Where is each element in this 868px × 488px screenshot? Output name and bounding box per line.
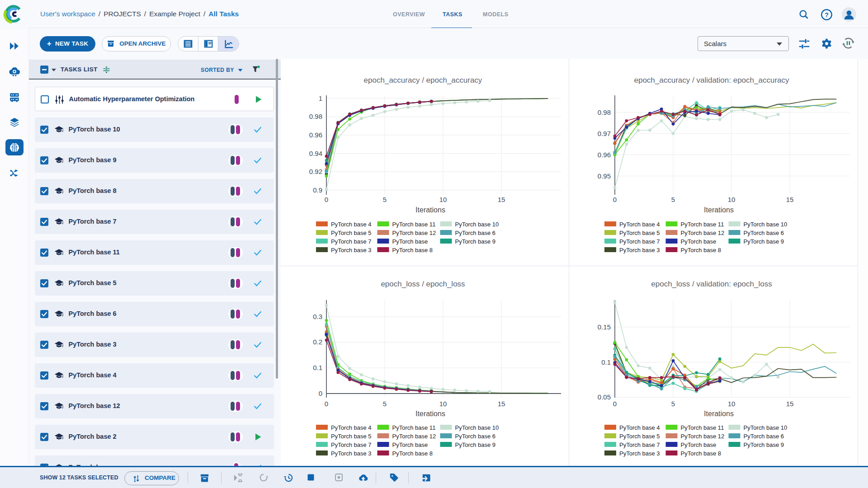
svg-text:0: 0 (325, 400, 328, 408)
svg-text:5: 5 (671, 196, 675, 203)
svg-text:0.98: 0.98 (598, 108, 611, 116)
svg-text:PyTorch base 3: PyTorch base 3 (331, 247, 372, 253)
svg-text:10: 10 (728, 400, 736, 408)
svg-text:PyTorch base 7: PyTorch base 7 (331, 441, 372, 448)
svg-text:0.05: 0.05 (598, 393, 611, 401)
svg-text:PyTorch base 6: PyTorch base 6 (455, 433, 496, 440)
svg-text:PyTorch base 11: PyTorch base 11 (392, 424, 436, 431)
svg-text:PyTorch base 5: PyTorch base 5 (619, 230, 660, 236)
svg-text:PyTorch base 8: PyTorch base 8 (681, 450, 722, 457)
svg-text:0: 0 (319, 389, 322, 397)
svg-text:0.1: 0.1 (601, 358, 611, 366)
svg-text:PyTorch base 7: PyTorch base 7 (619, 441, 660, 448)
svg-text:5: 5 (671, 400, 675, 408)
svg-text:PyTorch base 4: PyTorch base 4 (619, 221, 660, 228)
svg-text:0.3: 0.3 (313, 313, 322, 320)
svg-text:0.15: 0.15 (598, 323, 611, 331)
svg-text:10: 10 (728, 196, 736, 203)
svg-text:0.92: 0.92 (309, 168, 322, 175)
svg-text:PyTorch base 11: PyTorch base 11 (681, 221, 724, 228)
svg-text:PyTorch base 3: PyTorch base 3 (331, 450, 372, 457)
svg-text:PyTorch base 9: PyTorch base 9 (455, 238, 496, 245)
svg-text:PyTorch base 12: PyTorch base 12 (681, 433, 725, 440)
svg-text:PyTorch base 3: PyTorch base 3 (619, 247, 660, 253)
svg-text:Iterations: Iterations (415, 206, 445, 214)
svg-text:Iterations: Iterations (704, 410, 734, 418)
svg-text:epoch_loss / epoch_loss: epoch_loss / epoch_loss (381, 280, 465, 288)
svg-text:PyTorch base 11: PyTorch base 11 (392, 221, 436, 228)
svg-text:epoch_accuracy / validation: e: epoch_accuracy / validation: epoch_accur… (634, 76, 789, 84)
svg-text:0: 0 (325, 196, 328, 203)
svg-text:PyTorch base 3: PyTorch base 3 (619, 450, 660, 457)
svg-text:PyTorch base 5: PyTorch base 5 (619, 433, 660, 440)
svg-text:PyTorch base 7: PyTorch base 7 (331, 238, 372, 245)
svg-text:PyTorch base 6: PyTorch base 6 (455, 230, 496, 236)
svg-text:PyTorch base 11: PyTorch base 11 (681, 424, 724, 431)
svg-text:PyTorch base 12: PyTorch base 12 (392, 230, 436, 236)
svg-text:0.97: 0.97 (598, 130, 611, 137)
svg-text:PyTorch base 8: PyTorch base 8 (392, 450, 433, 457)
svg-text:10: 10 (439, 196, 447, 203)
svg-text:1: 1 (319, 94, 322, 102)
svg-text:PyTorch base 4: PyTorch base 4 (331, 221, 372, 228)
svg-text:0: 0 (613, 196, 617, 203)
svg-text:0.96: 0.96 (598, 151, 611, 159)
svg-text:0.98: 0.98 (309, 113, 322, 120)
svg-text:PyTorch base 10: PyTorch base 10 (744, 221, 788, 228)
svg-text:PyTorch base 8: PyTorch base 8 (681, 247, 722, 253)
svg-text:PyTorch base 9: PyTorch base 9 (744, 441, 784, 448)
svg-text:0.1: 0.1 (313, 364, 322, 371)
svg-text:15: 15 (498, 400, 505, 408)
svg-text:epoch_loss / validation: epoch: epoch_loss / validation: epoch_loss (651, 280, 772, 288)
svg-text:PyTorch base 10: PyTorch base 10 (455, 424, 499, 431)
svg-text:?: ? (825, 11, 829, 19)
svg-text:0.9: 0.9 (313, 186, 322, 194)
svg-text:PyTorch base 8: PyTorch base 8 (392, 247, 433, 253)
svg-text:5: 5 (383, 196, 387, 203)
svg-text:15: 15 (498, 196, 505, 203)
svg-text:PyTorch base 4: PyTorch base 4 (619, 424, 660, 431)
svg-text:PyTorch base 10: PyTorch base 10 (744, 424, 788, 431)
svg-text:PyTorch base 10: PyTorch base 10 (455, 221, 499, 228)
svg-text:10: 10 (439, 400, 447, 408)
svg-text:PyTorch base 9: PyTorch base 9 (455, 441, 496, 448)
svg-text:PyTorch base 7: PyTorch base 7 (619, 238, 660, 245)
svg-text:PyTorch base 5: PyTorch base 5 (331, 433, 372, 440)
svg-text:Iterations: Iterations (704, 206, 734, 214)
svg-text:Iterations: Iterations (415, 410, 445, 418)
svg-text:PyTorch base 12: PyTorch base 12 (681, 230, 725, 236)
svg-text:epoch_accuracy / epoch_accurac: epoch_accuracy / epoch_accuracy (364, 76, 482, 84)
svg-text:PyTorch base: PyTorch base (681, 441, 717, 448)
svg-text:PyTorch base: PyTorch base (392, 238, 428, 245)
svg-text:0.2: 0.2 (313, 338, 322, 346)
svg-text:0: 0 (613, 400, 617, 408)
svg-text:PyTorch base 12: PyTorch base 12 (392, 433, 436, 440)
svg-text:PyTorch base 5: PyTorch base 5 (331, 230, 372, 236)
svg-text:PyTorch base 6: PyTorch base 6 (744, 433, 784, 440)
svg-text:PyTorch base 4: PyTorch base 4 (331, 424, 372, 431)
svg-text:PyTorch base 6: PyTorch base 6 (744, 230, 784, 236)
svg-text:0.96: 0.96 (309, 131, 322, 139)
svg-text:PyTorch base: PyTorch base (392, 441, 428, 448)
svg-text:5: 5 (383, 400, 387, 408)
svg-text:0.95: 0.95 (598, 172, 611, 180)
svg-text:PyTorch base 9: PyTorch base 9 (744, 238, 784, 245)
svg-text:PyTorch base: PyTorch base (681, 238, 717, 245)
svg-text:15: 15 (786, 196, 794, 203)
svg-text:0.94: 0.94 (309, 150, 322, 157)
svg-text:15: 15 (786, 400, 794, 408)
